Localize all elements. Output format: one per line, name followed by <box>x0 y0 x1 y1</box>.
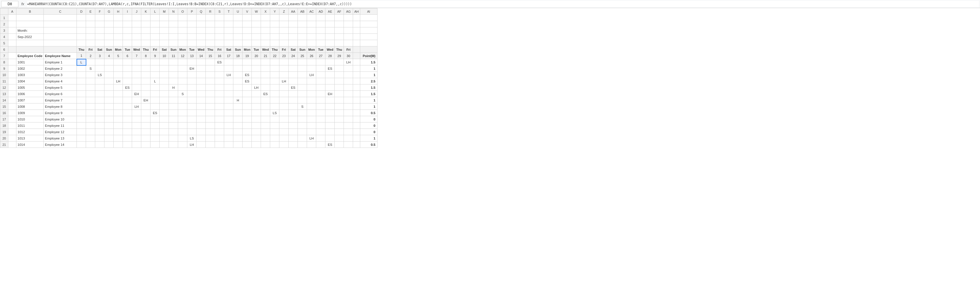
cell-V12[interactable] <box>243 85 252 91</box>
cell-W14[interactable] <box>252 97 261 104</box>
cell-B4[interactable]: Sep-2022 <box>16 34 44 40</box>
cell-B1[interactable] <box>16 15 44 21</box>
cell-D10[interactable] <box>77 72 86 78</box>
cell-Z19[interactable] <box>279 129 289 135</box>
cell-A21[interactable] <box>8 141 16 148</box>
cell-P14[interactable] <box>187 97 197 104</box>
cell-Y1[interactable] <box>270 15 279 21</box>
cell-X1[interactable] <box>261 15 270 21</box>
cell-F9[interactable] <box>95 66 105 72</box>
cell-AB12[interactable] <box>298 85 307 91</box>
cell-A10[interactable] <box>8 72 16 78</box>
cell-G18[interactable] <box>105 122 114 129</box>
cell-AH12[interactable] <box>353 85 360 91</box>
cell-AF6[interactable]: Thu <box>335 46 344 53</box>
cell-G20[interactable] <box>105 135 114 141</box>
cell-X8[interactable] <box>261 59 270 66</box>
cell-V9[interactable] <box>243 66 252 72</box>
cell-X6[interactable]: Wed <box>261 46 270 53</box>
cell-L2[interactable] <box>151 21 160 27</box>
cell-AF15[interactable] <box>335 104 344 110</box>
cell-C16[interactable]: Employee 9 <box>44 110 77 116</box>
cell-G8[interactable] <box>105 59 114 66</box>
cell-K6[interactable]: Thu <box>141 46 151 53</box>
cell-W21[interactable] <box>252 141 261 148</box>
cell-W2[interactable] <box>252 21 261 27</box>
cell-AH8[interactable] <box>353 59 360 66</box>
col-header-X[interactable]: X <box>261 8 270 15</box>
cell-AB8[interactable] <box>298 59 307 66</box>
cell-AG15[interactable] <box>344 104 353 110</box>
cell-AB17[interactable] <box>298 116 307 122</box>
cell-C7[interactable]: Employee Name <box>44 53 77 59</box>
cell-R4[interactable] <box>206 34 215 40</box>
cell-X20[interactable] <box>261 135 270 141</box>
cell-G7[interactable]: 4 <box>105 53 114 59</box>
cell-E21[interactable] <box>86 141 95 148</box>
cell-U2[interactable] <box>233 21 243 27</box>
cell-P20[interactable]: LS <box>187 135 197 141</box>
cell-G14[interactable] <box>105 97 114 104</box>
cell-W10[interactable] <box>252 72 261 78</box>
cell-AG4[interactable] <box>344 34 353 40</box>
cell-O4[interactable] <box>178 34 187 40</box>
cell-AA17[interactable] <box>289 116 298 122</box>
col-header-AB[interactable]: AB <box>298 8 307 15</box>
cell-AA20[interactable] <box>289 135 298 141</box>
cell-AE10[interactable] <box>325 72 335 78</box>
cell-J8[interactable] <box>132 59 141 66</box>
cell-AF18[interactable] <box>335 122 344 129</box>
cell-O19[interactable] <box>178 129 187 135</box>
cell-K4[interactable] <box>141 34 151 40</box>
cell-AB15[interactable]: S <box>298 104 307 110</box>
cell-A16[interactable] <box>8 110 16 116</box>
cell-U6[interactable]: Sun <box>233 46 243 53</box>
cell-F1[interactable] <box>95 15 105 21</box>
cell-M19[interactable] <box>160 129 169 135</box>
cell-O14[interactable] <box>178 97 187 104</box>
cell-L17[interactable] <box>151 116 160 122</box>
cell-I1[interactable] <box>123 15 132 21</box>
cell-AE20[interactable] <box>325 135 335 141</box>
cell-H14[interactable] <box>114 97 123 104</box>
cell-AI19[interactable]: 0 <box>360 129 377 135</box>
cell-P16[interactable] <box>187 110 197 116</box>
cell-G9[interactable] <box>105 66 114 72</box>
cell-AI16[interactable]: 0.5 <box>360 110 377 116</box>
cell-K14[interactable]: EH <box>141 97 151 104</box>
col-header-Z[interactable]: Z <box>279 8 289 15</box>
cell-AB2[interactable] <box>298 21 307 27</box>
cell-B5[interactable] <box>16 40 44 46</box>
cell-Q4[interactable] <box>197 34 206 40</box>
cell-L19[interactable] <box>151 129 160 135</box>
cell-B17[interactable]: 1010 <box>16 116 44 122</box>
cell-AF21[interactable] <box>335 141 344 148</box>
cell-P17[interactable] <box>187 116 197 122</box>
cell-Y6[interactable]: Thu <box>270 46 279 53</box>
cell-Z18[interactable] <box>279 122 289 129</box>
col-header-W[interactable]: W <box>252 8 261 15</box>
cell-AA14[interactable] <box>289 97 298 104</box>
cell-B14[interactable]: 1007 <box>16 97 44 104</box>
cell-R6[interactable]: Thu <box>206 46 215 53</box>
cell-U21[interactable] <box>233 141 243 148</box>
cell-D1[interactable] <box>77 15 86 21</box>
cell-AC11[interactable] <box>307 78 316 85</box>
cell-T20[interactable] <box>224 135 233 141</box>
cell-E1[interactable] <box>86 15 95 21</box>
cell-AG13[interactable] <box>344 91 353 97</box>
cell-Q11[interactable] <box>197 78 206 85</box>
col-header-O[interactable]: O <box>178 8 187 15</box>
cell-Z8[interactable] <box>279 59 289 66</box>
cell-M5[interactable] <box>160 40 169 46</box>
cell-AI17[interactable]: 0 <box>360 116 377 122</box>
cell-U15[interactable] <box>233 104 243 110</box>
cell-E18[interactable] <box>86 122 95 129</box>
cell-C15[interactable]: Employee 8 <box>44 104 77 110</box>
cell-AE15[interactable] <box>325 104 335 110</box>
col-header-H[interactable]: H <box>114 8 123 15</box>
cell-L13[interactable] <box>151 91 160 97</box>
cell-S14[interactable] <box>215 97 224 104</box>
cell-N3[interactable] <box>169 27 178 34</box>
cell-M4[interactable] <box>160 34 169 40</box>
